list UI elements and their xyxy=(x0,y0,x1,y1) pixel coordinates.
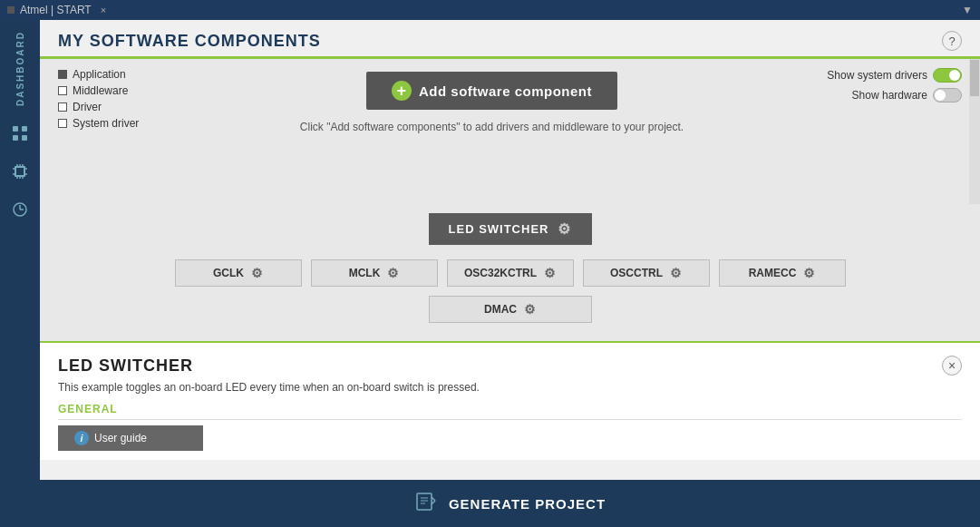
legend-box-application xyxy=(58,70,67,79)
title-bar: Atmel | START × ▼ xyxy=(0,0,980,20)
tab-close-btn[interactable]: × xyxy=(101,5,106,15)
scrollbar-thumb[interactable] xyxy=(970,60,979,96)
gclk-gear-icon[interactable]: ⚙ xyxy=(251,266,263,280)
driver-block-ramecc[interactable]: RAMECC ⚙ xyxy=(719,259,846,287)
info-icon: i xyxy=(74,431,89,445)
sidebar: DASHBOARD xyxy=(0,20,40,527)
detail-close-button[interactable]: × xyxy=(942,356,962,376)
legend-box-driver xyxy=(58,102,67,112)
detail-panel: LED SWITCHER × This example toggles an o… xyxy=(40,341,980,460)
detail-header: LED SWITCHER × xyxy=(58,356,962,376)
legend-box-middleware xyxy=(58,86,67,95)
driver-block-mclk[interactable]: MCLK ⚙ xyxy=(311,259,438,287)
dmac-gear-icon[interactable]: ⚙ xyxy=(524,302,536,317)
led-switcher-gear-icon[interactable]: ⚙ xyxy=(558,220,571,238)
driver-block-osc32kctrl[interactable]: OSC32KCTRL ⚙ xyxy=(447,259,574,287)
legend-item-application: Application xyxy=(58,68,185,81)
sidebar-icon-clock[interactable] xyxy=(4,193,36,226)
osc32kctrl-label: OSC32KCTRL xyxy=(464,267,537,279)
show-toggles: Show system drivers Show hardware xyxy=(799,68,962,102)
osc32kctrl-gear-icon[interactable]: ⚙ xyxy=(544,266,556,280)
plus-circle-icon: + xyxy=(392,81,412,101)
detail-title: LED SWITCHER xyxy=(58,356,193,376)
page-header: MY SOFTWARE COMPONENTS ? xyxy=(40,20,980,59)
show-hardware-toggle[interactable] xyxy=(933,88,962,102)
svg-rect-19 xyxy=(417,493,432,510)
led-switcher-block[interactable]: LED SWITCHER ⚙ xyxy=(429,213,592,245)
drivers-row: GCLK ⚙ MCLK ⚙ OSC32KCTRL ⚙ OSCCTRL ⚙ xyxy=(58,259,962,287)
show-system-drivers-label: Show system drivers xyxy=(827,69,927,82)
main-content: Application Middleware Driver System dri… xyxy=(40,59,980,480)
legend-label-middleware: Middleware xyxy=(73,84,128,97)
driver-block-oscctrl[interactable]: OSCCTRL ⚙ xyxy=(583,259,710,287)
ramecc-label: RAMECC xyxy=(749,267,797,279)
led-switcher-main-row: LED SWITCHER ⚙ xyxy=(58,213,962,245)
svg-rect-2 xyxy=(13,135,18,141)
mclk-label: MCLK xyxy=(349,267,381,279)
page-title: MY SOFTWARE COMPONENTS xyxy=(58,32,321,51)
add-component-label: Add software component xyxy=(419,83,592,99)
gclk-label: GCLK xyxy=(213,267,244,279)
legend-item-driver: Driver xyxy=(58,101,185,113)
generate-project-label: GENERATE PROJECT xyxy=(449,496,606,512)
components-area: LED SWITCHER ⚙ GCLK ⚙ MCLK ⚙ OSC32 xyxy=(40,204,980,341)
help-button[interactable]: ? xyxy=(942,31,962,51)
driver-block-dmac[interactable]: DMAC ⚙ xyxy=(429,296,592,323)
legend-item-middleware: Middleware xyxy=(58,84,185,97)
svg-rect-3 xyxy=(22,135,27,141)
detail-description: This example toggles an on-board LED eve… xyxy=(58,381,962,394)
tab-label: Atmel | START xyxy=(20,4,92,16)
legend-box-system-driver xyxy=(58,119,67,128)
top-section: Application Middleware Driver System dri… xyxy=(40,59,980,204)
mclk-gear-icon[interactable]: ⚙ xyxy=(387,266,399,280)
legend: Application Middleware Driver System dri… xyxy=(58,68,185,130)
driver-block-gclk[interactable]: GCLK ⚙ xyxy=(175,259,302,287)
add-software-component-button[interactable]: + Add software component xyxy=(366,72,617,110)
show-hardware-label: Show hardware xyxy=(852,89,927,102)
oscctrl-gear-icon[interactable]: ⚙ xyxy=(670,266,682,280)
toggle-row-system-drivers: Show system drivers xyxy=(827,68,962,83)
dmac-label: DMAC xyxy=(484,303,517,316)
window-maximize[interactable]: ▼ xyxy=(962,4,973,16)
add-btn-area: + Add software component Click "Add soft… xyxy=(185,68,799,133)
user-guide-label: User guide xyxy=(94,432,147,444)
bottom-bar[interactable]: GENERATE PROJECT xyxy=(40,480,980,527)
toggle-row-hardware: Show hardware xyxy=(852,88,962,102)
oscctrl-label: OSCCTRL xyxy=(610,267,663,279)
hint-text: Click "Add software components" to add d… xyxy=(300,121,684,133)
generate-icon xyxy=(414,489,438,518)
svg-rect-1 xyxy=(22,126,27,132)
app-container: DASHBOARD xyxy=(0,20,980,527)
sidebar-icon-chip[interactable] xyxy=(4,155,36,188)
user-guide-button[interactable]: i User guide xyxy=(58,425,203,451)
content-area: MY SOFTWARE COMPONENTS ? Application xyxy=(40,20,980,527)
dmac-row: DMAC ⚙ xyxy=(58,296,962,323)
tab-icon xyxy=(7,6,15,14)
show-system-drivers-toggle[interactable] xyxy=(933,68,962,83)
ramecc-gear-icon[interactable]: ⚙ xyxy=(803,266,815,280)
svg-rect-5 xyxy=(16,168,24,175)
scrollbar-track[interactable] xyxy=(969,59,980,204)
svg-rect-0 xyxy=(13,126,18,132)
sidebar-icon-dashboard[interactable] xyxy=(4,117,36,150)
detail-section-label: GENERAL xyxy=(58,403,962,420)
legend-label-system-driver: System driver xyxy=(73,117,139,130)
led-switcher-label: LED SWITCHER xyxy=(449,222,549,236)
legend-label-driver: Driver xyxy=(73,101,102,113)
legend-label-application: Application xyxy=(73,68,126,81)
sidebar-label: DASHBOARD xyxy=(15,24,25,113)
legend-item-system-driver: System driver xyxy=(58,117,185,130)
